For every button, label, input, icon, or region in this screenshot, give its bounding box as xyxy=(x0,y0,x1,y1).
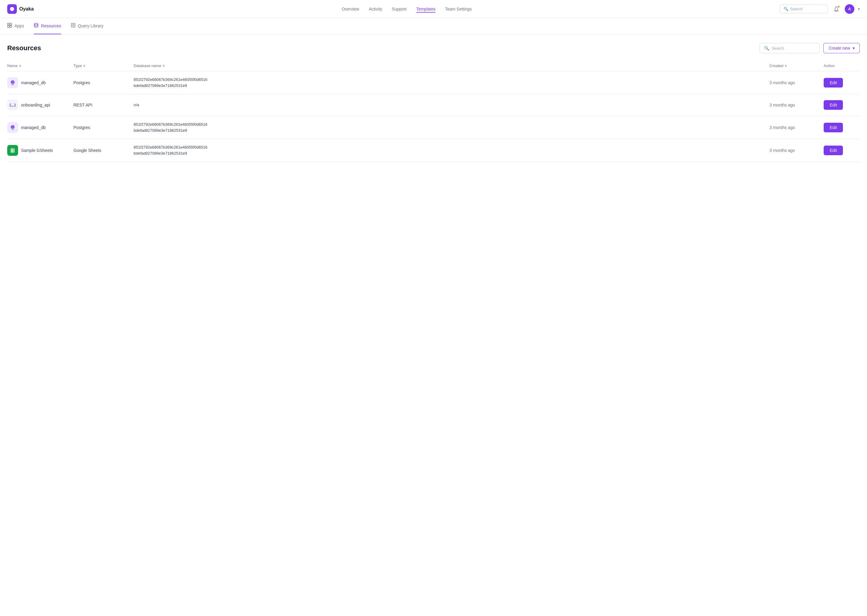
search-icon: 🔍 xyxy=(764,46,769,50)
notifications-bell[interactable] xyxy=(831,4,841,14)
resource-name-1: managed_db xyxy=(21,80,46,85)
top-search-box[interactable]: 🔍 Search xyxy=(780,5,828,13)
table-header: Name ∨ Type ∨ Database name ∨ Created ∨ … xyxy=(7,60,860,71)
user-avatar[interactable]: A xyxy=(845,4,854,14)
cell-action-1: Edit xyxy=(824,78,860,88)
top-search-placeholder: Search xyxy=(790,6,802,11)
table-row: managed_db Postgres 851f2792e68067b369c2… xyxy=(7,71,860,94)
col-header-created[interactable]: Created ∨ xyxy=(769,63,824,68)
nav-activity[interactable]: Activity xyxy=(369,5,382,13)
tab-apps-label: Apps xyxy=(14,24,24,28)
dbname-sort-icon: ∨ xyxy=(162,64,165,68)
resources-icon xyxy=(34,23,39,29)
notification-badge xyxy=(837,5,840,8)
nav-overview[interactable]: Overview xyxy=(342,5,359,13)
nav-templates[interactable]: Templates xyxy=(416,5,436,13)
tab-query-library[interactable]: Query Library xyxy=(71,18,104,34)
resource-name-2: onboarding_api xyxy=(21,102,50,107)
logo-icon xyxy=(7,4,17,14)
create-new-caret-icon: ▾ xyxy=(853,46,854,50)
create-new-button[interactable]: Create new ▾ xyxy=(823,43,860,53)
name-sort-icon: ∨ xyxy=(19,64,21,68)
search-placeholder: Search xyxy=(772,46,784,50)
main-content: Resources 🔍 Search Create new ▾ Name ∨ T… xyxy=(0,35,867,170)
logo[interactable]: Oyaka xyxy=(7,4,34,14)
edit-button-4[interactable]: Edit xyxy=(824,146,843,155)
cell-name-2: {…} onboarding_api xyxy=(7,99,74,110)
cell-dbname-2: n/a xyxy=(134,102,769,108)
cell-type-4: Google Sheets xyxy=(74,148,134,153)
type-sort-icon: ∨ xyxy=(83,64,85,68)
resources-search-box[interactable]: 🔍 Search xyxy=(760,43,820,53)
nav-support[interactable]: Support xyxy=(392,5,407,13)
sub-tabs: Apps Resources Query Library xyxy=(0,18,867,35)
query-library-icon xyxy=(71,23,76,29)
page-title: Resources xyxy=(7,44,41,52)
top-search-icon: 🔍 xyxy=(783,6,788,11)
api-icon-2: {…} xyxy=(7,99,18,110)
resources-table: Name ∨ Type ∨ Database name ∨ Created ∨ … xyxy=(7,60,860,162)
nav-team-settings[interactable]: Team Settings xyxy=(445,5,472,13)
edit-button-1[interactable]: Edit xyxy=(824,78,843,88)
svg-point-0 xyxy=(11,8,13,10)
cell-name-4: Sample GSheets xyxy=(7,145,74,156)
apps-icon xyxy=(7,23,12,29)
header-actions: 🔍 Search Create new ▾ xyxy=(760,43,860,53)
svg-rect-4 xyxy=(10,25,12,27)
col-header-action: Action xyxy=(824,63,860,68)
cell-name-3: managed_db xyxy=(7,122,74,133)
cell-action-2: Edit xyxy=(824,100,860,110)
created-sort-icon: ∨ xyxy=(785,64,787,68)
table-row: managed_db Postgres 851f2792e68067b369c2… xyxy=(7,116,860,139)
avatar-caret[interactable]: ▾ xyxy=(858,7,860,11)
cell-action-4: Edit xyxy=(824,146,860,155)
table-row: {…} onboarding_api REST API n/a 3 months… xyxy=(7,94,860,116)
svg-rect-3 xyxy=(8,25,9,27)
table-row: Sample GSheets Google Sheets 851f2792e68… xyxy=(7,139,860,162)
svg-rect-2 xyxy=(10,23,12,25)
cell-dbname-1: 851f2792e68067b369c261e46055f0d6516 bdef… xyxy=(134,77,769,88)
svg-rect-6 xyxy=(71,24,75,27)
svg-point-5 xyxy=(34,24,38,25)
gsheets-icon-4 xyxy=(7,145,18,156)
resource-name-4: Sample GSheets xyxy=(21,148,53,153)
logo-text: Oyaka xyxy=(19,6,34,12)
cell-dbname-4: 851f2792e68067b369c261e46055f0d6516 bdef… xyxy=(134,145,769,156)
tab-apps[interactable]: Apps xyxy=(7,18,24,34)
col-header-name[interactable]: Name ∨ xyxy=(7,63,74,68)
col-header-database-name[interactable]: Database name ∨ xyxy=(134,63,769,68)
cell-dbname-3: 851f2792e68067b369c261e46055f0d6516 bdef… xyxy=(134,121,769,133)
nav-links: Overview Activity Support Templates Team… xyxy=(43,5,770,13)
svg-rect-1 xyxy=(8,23,9,25)
postgres-icon-1 xyxy=(7,77,18,88)
tab-query-library-label: Query Library xyxy=(78,24,104,28)
postgres-icon-3 xyxy=(7,122,18,133)
cell-created-1: 3 months ago xyxy=(769,80,824,85)
cell-name-1: managed_db xyxy=(7,77,74,88)
cell-created-3: 3 months ago xyxy=(769,125,824,130)
cell-action-3: Edit xyxy=(824,123,860,132)
tab-resources-label: Resources xyxy=(41,24,61,28)
cell-created-4: 3 months ago xyxy=(769,148,824,153)
tab-resources[interactable]: Resources xyxy=(34,18,61,34)
cell-type-1: Postgres xyxy=(74,80,134,85)
resource-name-3: managed_db xyxy=(21,125,46,130)
edit-button-2[interactable]: Edit xyxy=(824,100,843,110)
nav-right: 🔍 Search A ▾ xyxy=(780,4,860,14)
cell-type-3: Postgres xyxy=(74,125,134,130)
page-header: Resources 🔍 Search Create new ▾ xyxy=(7,43,860,53)
cell-created-2: 3 months ago xyxy=(769,102,824,107)
create-new-label: Create new xyxy=(828,46,850,50)
edit-button-3[interactable]: Edit xyxy=(824,123,843,132)
cell-type-2: REST API xyxy=(74,102,134,107)
top-nav: Oyaka Overview Activity Support Template… xyxy=(0,0,867,18)
col-header-type[interactable]: Type ∨ xyxy=(74,63,134,68)
